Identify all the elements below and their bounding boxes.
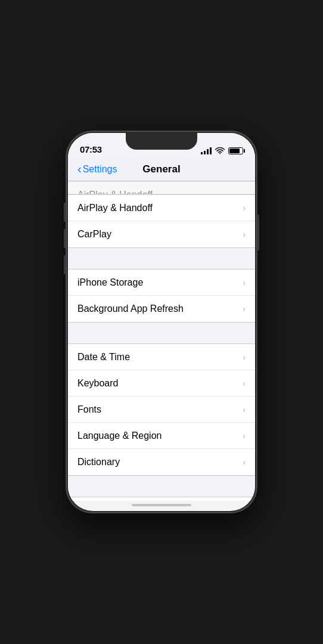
- chevron-icon-carplay: ›: [243, 230, 246, 239]
- chevron-icon-fonts: ›: [243, 405, 246, 414]
- chevron-icon-refresh: ›: [243, 304, 246, 314]
- back-label: Settings: [83, 164, 117, 175]
- back-chevron-icon: ‹: [77, 163, 82, 175]
- section-locale: Date & Time › Keyboard › Fonts: [68, 323, 255, 476]
- section-vpn: VPN Not Connected ›: [68, 476, 255, 501]
- list-item-language-region[interactable]: Language & Region ›: [68, 423, 255, 449]
- chevron-icon-keyboard: ›: [243, 379, 246, 388]
- row-label-fonts: Fonts: [77, 404, 101, 415]
- row-right-dictionary: ›: [243, 457, 246, 467]
- phone-frame: 07:53: [66, 131, 257, 513]
- section-locale-items: Date & Time › Keyboard › Fonts: [68, 343, 255, 476]
- row-right-storage: ›: [243, 278, 246, 287]
- section-vpn-items: VPN Not Connected ›: [68, 497, 255, 501]
- row-right-keyboard: ›: [243, 379, 246, 388]
- row-right-airplay: ›: [243, 190, 246, 194]
- settings-content: AirPlay & Handoff › AirPlay & Handoff ›: [68, 181, 255, 501]
- status-time: 07:53: [80, 144, 102, 154]
- chevron-icon-datetime: ›: [243, 352, 246, 362]
- row-label-carplay: CarPlay: [77, 229, 111, 240]
- row-right-lang: ›: [243, 431, 246, 441]
- row-right-carplay: ›: [243, 230, 246, 239]
- list-item-keyboard[interactable]: Keyboard ›: [68, 370, 255, 397]
- status-icons: [201, 147, 243, 154]
- phone-screen: 07:53: [68, 133, 255, 511]
- row-label-iphone-storage: iPhone Storage: [77, 277, 143, 288]
- row-label-language-region: Language & Region: [77, 431, 162, 441]
- list-item-vpn[interactable]: VPN Not Connected ›: [68, 497, 255, 501]
- list-item-fonts[interactable]: Fonts ›: [68, 397, 255, 423]
- section-gap-vpn: [68, 476, 255, 497]
- list-item-airplay[interactable]: AirPlay & Handoff ›: [68, 182, 255, 194]
- wifi-icon: [215, 147, 225, 154]
- chevron-icon-storage: ›: [243, 278, 246, 287]
- section-gap-storage: [68, 248, 255, 269]
- section-top-partial: AirPlay & Handoff ›: [68, 181, 255, 194]
- page-title: General: [142, 163, 180, 175]
- row-right-pip: ›: [243, 203, 246, 213]
- list-item-background-app-refresh[interactable]: Background App Refresh ›: [68, 296, 255, 322]
- section-storage-items: iPhone Storage › Background App Refresh …: [68, 269, 255, 323]
- chevron-icon-lang: ›: [243, 431, 246, 441]
- list-item-iphone-storage[interactable]: iPhone Storage ›: [68, 270, 255, 296]
- list-item-date-time[interactable]: Date & Time ›: [68, 344, 255, 370]
- list-item-dictionary[interactable]: Dictionary ›: [68, 449, 255, 475]
- row-label-keyboard: Keyboard: [77, 378, 119, 389]
- chevron-icon-pip: ›: [243, 203, 246, 213]
- chevron-icon-dictionary: ›: [243, 457, 246, 467]
- navigation-bar: ‹ Settings General: [68, 159, 255, 181]
- battery-fill: [229, 148, 240, 153]
- back-button[interactable]: ‹ Settings: [77, 164, 117, 175]
- signal-icon: [201, 147, 212, 154]
- status-bar: 07:53: [68, 133, 255, 159]
- row-label-picture-in-picture: AirPlay & Handoff: [77, 203, 153, 213]
- section-gap-locale: [68, 323, 255, 343]
- section-storage: iPhone Storage › Background App Refresh …: [68, 248, 255, 323]
- row-label-background-refresh: Background App Refresh: [77, 304, 184, 314]
- list-item-picture-in-picture[interactable]: AirPlay & Handoff ›: [68, 195, 255, 221]
- row-right-refresh: ›: [243, 304, 246, 314]
- chevron-icon-airplay: ›: [243, 190, 246, 194]
- row-label-dictionary: Dictionary: [77, 457, 120, 467]
- home-indicator: [132, 504, 191, 506]
- section-media-items: AirPlay & Handoff › CarPlay ›: [68, 194, 255, 248]
- row-label-date-time: Date & Time: [77, 352, 130, 363]
- row-label-airplay: AirPlay & Handoff: [77, 190, 153, 194]
- row-right-fonts: ›: [243, 405, 246, 414]
- list-item-carplay[interactable]: CarPlay ›: [68, 221, 255, 247]
- battery-icon: [228, 147, 243, 154]
- notch: [126, 133, 197, 150]
- section-media: AirPlay & Handoff › CarPlay ›: [68, 194, 255, 248]
- row-right-datetime: ›: [243, 352, 246, 362]
